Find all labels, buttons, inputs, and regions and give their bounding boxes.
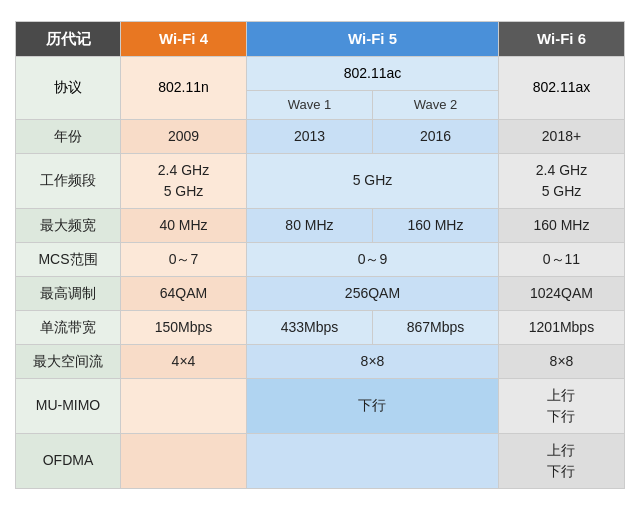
ofdma-label: OFDMA (16, 433, 121, 488)
freq-band-wifi4: 2.4 GHz 5 GHz (121, 153, 247, 208)
mcs-label: MCS范围 (16, 242, 121, 276)
mu-mimo-wifi5: 下行 (246, 378, 498, 433)
table-header: 历代记 Wi-Fi 4 Wi-Fi 5 Wi-Fi 6 (16, 21, 625, 57)
ofdma-wifi4 (121, 433, 247, 488)
year-wifi6: 2018+ (498, 119, 624, 153)
max-bw-wave1: 80 MHz (246, 208, 372, 242)
max-bw-label: 最大频宽 (16, 208, 121, 242)
header-col-history: 历代记 (16, 21, 121, 57)
mcs-row: MCS范围 0～7 0～9 0～11 (16, 242, 625, 276)
freq-band-label: 工作频段 (16, 153, 121, 208)
wifi5-protocol-top: 802.11ac (246, 57, 498, 91)
ofdma-row: OFDMA 上行 下行 (16, 433, 625, 488)
stream-bw-wave2: 867Mbps (372, 310, 498, 344)
mu-mimo-wifi6: 上行 下行 (498, 378, 624, 433)
spatial-streams-label: 最大空间流 (16, 344, 121, 378)
stream-bw-row: 单流带宽 150Mbps 433Mbps 867Mbps 1201Mbps (16, 310, 625, 344)
stream-bw-wifi4: 150Mbps (121, 310, 247, 344)
wave2-label: Wave 2 (372, 91, 498, 120)
year-wifi4: 2009 (121, 119, 247, 153)
year-row: 年份 2009 2013 2016 2018+ (16, 119, 625, 153)
modulation-row: 最高调制 64QAM 256QAM 1024QAM (16, 276, 625, 310)
mcs-wifi4: 0～7 (121, 242, 247, 276)
spatial-streams-wifi6: 8×8 (498, 344, 624, 378)
spatial-streams-wifi4: 4×4 (121, 344, 247, 378)
mu-mimo-row: MU-MIMO 下行 上行 下行 (16, 378, 625, 433)
stream-bw-label: 单流带宽 (16, 310, 121, 344)
wave1-label: Wave 1 (246, 91, 372, 120)
mu-mimo-wifi4 (121, 378, 247, 433)
modulation-wifi4: 64QAM (121, 276, 247, 310)
ofdma-wifi5 (246, 433, 498, 488)
stream-bw-wave1: 433Mbps (246, 310, 372, 344)
modulation-label: 最高调制 (16, 276, 121, 310)
max-bw-wave2: 160 MHz (372, 208, 498, 242)
year-label: 年份 (16, 119, 121, 153)
year-wave2: 2016 (372, 119, 498, 153)
mcs-wifi6: 0～11 (498, 242, 624, 276)
header-col-wifi6: Wi-Fi 6 (498, 21, 624, 57)
protocol-top-row: 协议 802.11n 802.11ac 802.11ax (16, 57, 625, 91)
header-col-wifi5: Wi-Fi 5 (246, 21, 498, 57)
modulation-wifi5: 256QAM (246, 276, 498, 310)
wifi4-protocol: 802.11n (121, 57, 247, 120)
spatial-streams-row: 最大空间流 4×4 8×8 8×8 (16, 344, 625, 378)
header-col-wifi4: Wi-Fi 4 (121, 21, 247, 57)
max-bw-row: 最大频宽 40 MHz 80 MHz 160 MHz 160 MHz (16, 208, 625, 242)
ofdma-wifi6: 上行 下行 (498, 433, 624, 488)
modulation-wifi6: 1024QAM (498, 276, 624, 310)
freq-band-wifi6: 2.4 GHz 5 GHz (498, 153, 624, 208)
max-bw-wifi4: 40 MHz (121, 208, 247, 242)
protocol-label: 协议 (16, 57, 121, 120)
mcs-wifi5: 0～9 (246, 242, 498, 276)
freq-band-row: 工作频段 2.4 GHz 5 GHz 5 GHz 2.4 GHz 5 GHz (16, 153, 625, 208)
wifi-comparison-table: 历代记 Wi-Fi 4 Wi-Fi 5 Wi-Fi 6 协议 802.11n 8… (15, 21, 625, 489)
freq-band-wifi5: 5 GHz (246, 153, 498, 208)
spatial-streams-wifi5: 8×8 (246, 344, 498, 378)
year-wave1: 2013 (246, 119, 372, 153)
max-bw-wifi6: 160 MHz (498, 208, 624, 242)
stream-bw-wifi6: 1201Mbps (498, 310, 624, 344)
mu-mimo-label: MU-MIMO (16, 378, 121, 433)
wifi6-protocol: 802.11ax (498, 57, 624, 120)
